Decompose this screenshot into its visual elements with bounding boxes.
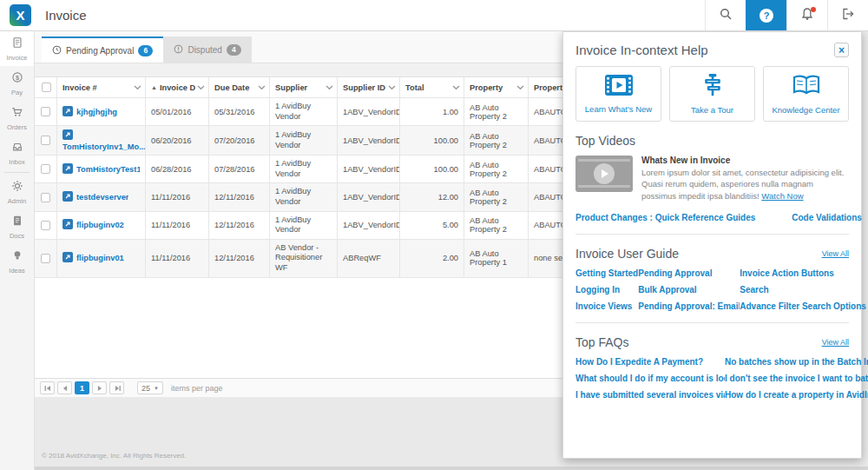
learn-whats-new-card[interactable]: Learn What's New <box>575 66 661 122</box>
sidebar-item-ideas[interactable]: Ideas <box>0 244 34 279</box>
guide-link[interactable]: Search <box>740 285 866 295</box>
total-cell: 100.00 <box>400 156 464 182</box>
help-button[interactable]: ? <box>746 0 786 30</box>
sidebar-item-invoice[interactable]: Invoice <box>0 31 34 66</box>
current-page-button[interactable]: 1 <box>75 381 89 394</box>
watch-now-link[interactable]: Watch Now <box>761 191 803 201</box>
supplier-cell: 1 AvidBuy Vendor <box>270 183 338 210</box>
column-header[interactable]: Supplier <box>275 83 324 92</box>
faq-link[interactable]: I don't see the invoice I want to batch … <box>725 374 868 383</box>
guide-link[interactable]: Pending Approval <box>638 268 740 278</box>
knowledge-center-card[interactable]: Knowledge Center <box>763 66 849 122</box>
column-header[interactable]: Due Date <box>214 83 256 92</box>
sidebar-item-docs[interactable]: Docs <box>0 209 34 244</box>
column-header[interactable]: Supplier ID <box>343 83 386 92</box>
guide-link[interactable]: Bulk Approval <box>638 285 740 295</box>
chevron-down-icon[interactable] <box>516 83 524 92</box>
invoice-link[interactable]: kjhgjhgjhg <box>76 108 117 116</box>
invoice-link[interactable]: testdevserver <box>76 193 128 202</box>
faq-link[interactable]: How Do I Expedite A Payment? <box>575 357 725 367</box>
guide-link[interactable]: Logging In <box>575 285 638 295</box>
items-per-page-label: items per page <box>171 384 223 393</box>
view-all-link[interactable]: View All <box>822 249 849 258</box>
video-description: Lorem ipsum dolor sit amet, consectetur … <box>641 167 849 202</box>
page-title: Invoice <box>45 8 87 23</box>
inbox-icon <box>11 141 23 156</box>
chevron-down-icon[interactable] <box>326 83 333 92</box>
row-checkbox[interactable] <box>41 164 50 174</box>
invoice-link[interactable]: TomHistoryTest1 <box>76 165 140 174</box>
invoice-link[interactable]: flipbuginv02 <box>76 221 124 229</box>
row-checkbox[interactable] <box>41 193 50 202</box>
video-title: Whats New in Invoice <box>641 156 849 165</box>
view-all-link[interactable]: View All <box>822 338 849 347</box>
row-checkbox[interactable] <box>41 107 50 116</box>
invoice-image-icon[interactable] <box>62 252 73 264</box>
docs-icon <box>11 215 23 230</box>
filmstrip-play-icon <box>604 74 634 100</box>
take-a-tour-card[interactable]: Take a Tour <box>669 66 755 122</box>
last-page-button[interactable] <box>109 381 124 394</box>
logo-letter: X <box>16 8 24 23</box>
chevron-down-icon[interactable] <box>258 83 266 92</box>
faq-link[interactable]: No batches show up in the Batch Invoice … <box>725 357 868 367</box>
column-header[interactable]: Property <box>470 83 515 92</box>
column-header[interactable]: Invoice Date <box>160 83 195 92</box>
sidebar-item-inbox[interactable]: Inbox <box>0 136 34 170</box>
tab-disputed[interactable]: Disputed 4 <box>163 36 251 63</box>
close-icon: × <box>838 45 845 56</box>
user-guide-links: Getting Started Logging In Invoice Views… <box>575 268 849 311</box>
page-size-value: 25 <box>141 384 150 393</box>
faq-link[interactable]: I have submitted several invoices via e-… <box>575 390 725 400</box>
guide-link[interactable]: Invoice Views <box>575 301 638 311</box>
page-size-select[interactable]: 25▼ <box>137 381 163 394</box>
sign-out-button[interactable] <box>827 0 868 30</box>
due-date-cell: 07/28/2016 <box>209 156 270 182</box>
invoice-image-icon[interactable] <box>62 129 136 142</box>
invoice-image-icon[interactable] <box>62 191 73 203</box>
search-button[interactable] <box>705 0 746 30</box>
chevron-down-icon[interactable] <box>134 83 141 92</box>
sidebar-item-pay[interactable]: $ Pay <box>0 66 34 101</box>
row-checkbox[interactable] <box>41 254 50 263</box>
invoice-link[interactable]: flipbuginv01 <box>76 254 124 262</box>
next-page-button[interactable] <box>92 381 107 394</box>
guide-link[interactable]: Pending Approval: Email No... <box>638 301 740 311</box>
total-cell: 5.00 <box>400 212 464 239</box>
notifications-button[interactable] <box>786 0 827 30</box>
select-all-checkbox[interactable] <box>42 83 51 92</box>
sidebar-item-orders[interactable]: Orders <box>0 101 34 136</box>
copyright-text: © 2018 AvidXchange, Inc. All Rights Rese… <box>42 452 186 460</box>
video-thumbnail[interactable] <box>575 156 633 192</box>
invoice-image-icon[interactable] <box>62 219 73 231</box>
dropdown-arrow-icon: ▼ <box>154 386 159 391</box>
guide-link[interactable]: Getting Started <box>575 268 638 278</box>
table-row: TomHistoryTest1 06/28/2016 07/28/2016 1 … <box>35 156 595 183</box>
guide-link[interactable]: Advance Filter Search Options <box>740 301 866 311</box>
first-page-button[interactable] <box>40 381 55 394</box>
row-checkbox[interactable] <box>41 136 50 145</box>
invoice-icon <box>11 36 23 52</box>
guide-link[interactable]: Invoice Action Buttons <box>740 268 866 278</box>
due-date-cell: 07/20/2016 <box>209 126 270 155</box>
chevron-down-icon[interactable] <box>452 83 460 92</box>
property-cell: AB Auto Property 2 <box>464 156 529 182</box>
invoice-link[interactable]: TomHistoryInv1_Mo... <box>62 142 146 151</box>
help-panel-title: Invoice In-context Help <box>575 43 708 57</box>
invoice-image-icon[interactable] <box>62 163 73 175</box>
product-changes-link[interactable]: Product Changes : Quick Reference Guides <box>575 213 755 222</box>
invoice-image-icon[interactable] <box>62 106 73 118</box>
chevron-down-icon[interactable] <box>388 83 396 92</box>
supplier-id-cell: ABReqWF <box>338 240 400 277</box>
tab-pending-approval[interactable]: Pending Approval 6 <box>42 36 163 63</box>
close-button[interactable]: × <box>834 43 849 57</box>
previous-page-button[interactable] <box>57 381 72 394</box>
chevron-down-icon[interactable] <box>197 83 205 92</box>
row-checkbox[interactable] <box>41 221 50 230</box>
faq-link[interactable]: What should I do if my account is locked… <box>575 374 725 383</box>
code-validations-link[interactable]: Code Validations <box>792 213 862 222</box>
sidebar-item-admin[interactable]: Admin <box>0 175 34 209</box>
faq-link[interactable]: How do I create a property in AvidInvoic… <box>725 390 868 400</box>
column-header[interactable]: Total <box>405 83 450 92</box>
column-header[interactable]: Invoice # <box>62 83 132 92</box>
